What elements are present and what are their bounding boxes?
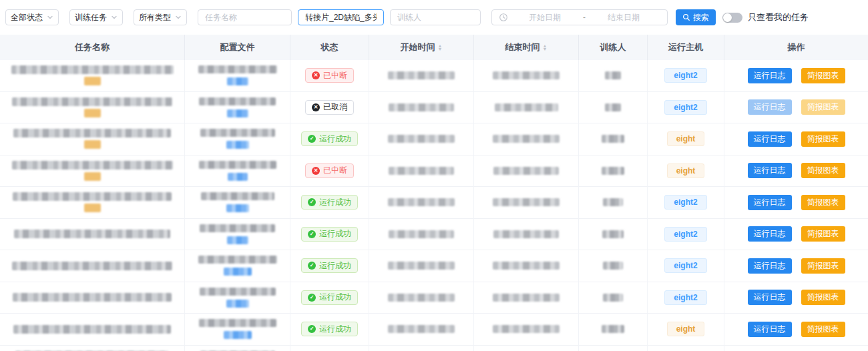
run-log-button[interactable]: 运行日志	[748, 163, 792, 178]
config-file-cell	[185, 314, 290, 346]
chevron-down-icon	[111, 14, 118, 21]
redacted-task-name	[14, 230, 170, 238]
sort-icon[interactable]: ▲▼	[543, 44, 548, 51]
redacted-end-time	[493, 135, 560, 143]
column-header[interactable]: 操作	[724, 35, 868, 60]
trainer-cell	[579, 155, 648, 188]
run-log-button[interactable]: 运行日志	[748, 99, 792, 115]
redacted-config-link[interactable]	[226, 300, 249, 308]
redacted-end-time	[495, 103, 558, 111]
status-cell: ✕ 已取消	[290, 92, 369, 124]
redacted-start-time	[388, 325, 455, 333]
task-type-filter-value: 训练任务	[75, 12, 107, 23]
end-time-cell	[474, 250, 579, 282]
run-log-button[interactable]: 运行日志	[748, 195, 792, 210]
column-header-label: 操作	[788, 41, 805, 53]
redacted-config-link[interactable]	[227, 77, 248, 85]
redacted-start-time	[389, 167, 454, 175]
run-log-button[interactable]: 运行日志	[748, 131, 792, 147]
redacted-end-time	[493, 167, 559, 175]
task-type-filter-select[interactable]: 训练任务	[69, 9, 123, 25]
redacted-task-badge	[84, 77, 101, 85]
redacted-end-time	[493, 198, 560, 206]
start-time-cell	[369, 60, 474, 92]
redacted-config-link[interactable]	[226, 204, 249, 212]
trainer-cell	[579, 346, 648, 351]
end-time-cell	[474, 314, 579, 346]
redacted-config-link[interactable]	[224, 268, 252, 276]
redacted-task-badge	[84, 172, 101, 181]
status-label: 已中断	[323, 165, 347, 176]
column-header[interactable]: 任务名称	[0, 35, 185, 60]
trainer-input[interactable]	[391, 10, 480, 25]
trainer-cell	[579, 314, 648, 346]
host-cell: eight2	[648, 187, 724, 219]
host-cell: eight	[648, 346, 724, 351]
redacted-end-time	[493, 294, 560, 302]
status-label: 已取消	[323, 101, 347, 113]
redacted-config-link[interactable]	[227, 236, 248, 244]
redacted-task-badge	[84, 204, 101, 212]
redacted-task-name	[11, 65, 174, 74]
date-range-picker[interactable]: 开始日期 - 结束日期	[491, 9, 668, 25]
column-header[interactable]: 运行主机	[648, 35, 724, 60]
redacted-start-time	[388, 262, 455, 270]
sort-icon[interactable]: ▲▼	[438, 44, 443, 51]
report-chart-button[interactable]: 简报图表	[801, 99, 845, 115]
actions-cell: 运行日志 简报图表	[724, 250, 868, 282]
end-time-cell	[474, 282, 579, 314]
column-header[interactable]: 开始时间 ▲▼	[369, 35, 474, 60]
column-header[interactable]: 配置文件	[185, 35, 290, 60]
report-chart-button[interactable]: 简报图表	[801, 195, 845, 210]
task-name-input[interactable]	[198, 10, 291, 25]
run-log-button[interactable]: 运行日志	[748, 226, 792, 242]
report-chart-button[interactable]: 简报图表	[801, 68, 845, 83]
actions-cell: 运行日志 简报图表	[724, 60, 868, 92]
column-header[interactable]: 结束时间 ▲▼	[474, 35, 579, 60]
config-file-cell	[185, 123, 290, 155]
redacted-config-text	[200, 224, 275, 232]
redacted-end-time	[493, 262, 560, 270]
run-log-button[interactable]: 运行日志	[748, 68, 792, 83]
status-icon: ✕	[312, 71, 320, 79]
redacted-config-text	[199, 97, 276, 105]
report-chart-button[interactable]: 简报图表	[801, 322, 845, 337]
run-log-button[interactable]: 运行日志	[748, 290, 792, 305]
column-header[interactable]: 训练人	[579, 35, 648, 60]
end-time-cell	[474, 155, 579, 188]
start-time-cell	[369, 282, 474, 314]
status-filter-select[interactable]: 全部状态	[5, 9, 59, 25]
trainer-cell	[579, 282, 648, 314]
status-cell: ✓ 运行成功	[290, 123, 369, 155]
actions-cell: 运行日志 简报图表	[724, 346, 868, 351]
redacted-trainer	[603, 198, 623, 206]
my-tasks-toggle[interactable]	[722, 13, 742, 23]
run-log-button[interactable]: 运行日志	[748, 322, 792, 337]
host-cell: eight	[648, 123, 724, 155]
report-chart-button[interactable]: 简报图表	[801, 131, 845, 147]
redacted-task-badge	[84, 140, 101, 149]
redacted-start-time	[388, 294, 455, 302]
report-chart-button[interactable]: 简报图表	[801, 258, 845, 274]
column-header-label: 开始时间	[401, 41, 435, 53]
model-search-input[interactable]	[298, 10, 383, 25]
table-row: ✕ 已中断 eight 运行日志 简报图表	[0, 155, 868, 188]
report-chart-button[interactable]: 简报图表	[801, 290, 845, 305]
run-log-button[interactable]: 运行日志	[748, 258, 792, 274]
host-badge: eight2	[664, 227, 706, 242]
redacted-end-time	[493, 71, 560, 79]
report-chart-button[interactable]: 简报图表	[801, 163, 845, 178]
redacted-end-time	[493, 325, 560, 333]
redacted-trainer	[602, 230, 624, 238]
start-date-placeholder[interactable]: 开始日期	[508, 12, 582, 23]
redacted-config-link[interactable]	[226, 141, 249, 149]
redacted-config-link[interactable]	[224, 331, 252, 339]
redacted-config-link[interactable]	[228, 173, 248, 181]
column-header[interactable]: 状态	[290, 35, 369, 60]
report-chart-button[interactable]: 简报图表	[801, 226, 845, 242]
search-button[interactable]: 搜索	[676, 9, 716, 25]
redacted-config-link[interactable]	[227, 109, 248, 117]
end-date-placeholder[interactable]: 结束日期	[587, 12, 660, 23]
status-badge: ✓ 运行成功	[301, 227, 358, 242]
category-filter-select[interactable]: 所有类型	[134, 9, 187, 25]
